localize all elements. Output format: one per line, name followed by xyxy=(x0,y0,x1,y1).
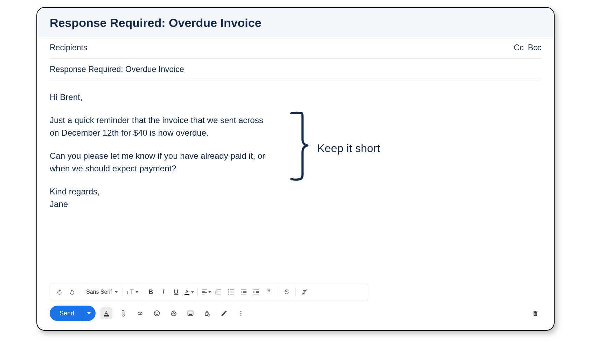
align-left-icon xyxy=(201,289,208,295)
insert-signature-button[interactable] xyxy=(218,307,230,319)
send-options-button[interactable] xyxy=(82,306,96,321)
body-signature: Jane xyxy=(50,198,541,210)
redo-icon xyxy=(69,289,75,295)
message-body[interactable]: Hi Brent, Just a quick reminder that the… xyxy=(37,80,554,284)
bulleted-list-button[interactable] xyxy=(225,286,237,298)
attach-files-button[interactable] xyxy=(117,307,129,319)
body-closing: Kind regards, xyxy=(50,185,541,198)
insert-photo-button[interactable] xyxy=(185,307,196,319)
italic-icon: I xyxy=(162,288,165,296)
svg-text:T: T xyxy=(130,288,134,295)
numbered-list-button[interactable]: 1 2 3 xyxy=(213,286,224,298)
title-bar: Response Required: Overdue Invoice xyxy=(37,8,554,37)
bcc-toggle[interactable]: Bcc xyxy=(528,43,541,52)
svg-rect-11 xyxy=(217,290,221,290)
remove-formatting-button[interactable] xyxy=(299,286,311,298)
svg-point-38 xyxy=(241,313,242,314)
text-color-icon: A xyxy=(183,288,190,295)
underline-icon: U xyxy=(174,288,178,296)
font-size-icon: T T xyxy=(126,288,135,295)
font-family-label: Sans Serif xyxy=(86,289,112,295)
send-button[interactable]: Send xyxy=(50,306,82,321)
svg-rect-23 xyxy=(241,294,246,294)
window-title: Response Required: Overdue Invoice xyxy=(50,16,541,30)
chevron-down-icon xyxy=(208,291,211,293)
body-paragraph-2: Can you please let me know if you have a… xyxy=(50,150,274,175)
undo-button[interactable] xyxy=(54,286,65,298)
svg-text:3: 3 xyxy=(215,293,217,295)
svg-rect-22 xyxy=(243,292,246,293)
formatting-options-button[interactable]: A xyxy=(100,307,112,319)
cc-toggle[interactable]: Cc xyxy=(514,43,524,52)
undo-icon xyxy=(56,289,63,295)
discard-draft-button[interactable] xyxy=(529,307,541,319)
indent-less-button[interactable] xyxy=(238,286,250,298)
paperclip-icon xyxy=(120,310,127,317)
separator xyxy=(81,288,81,296)
strikethrough-button[interactable]: S xyxy=(281,286,293,298)
text-color-select[interactable]: A xyxy=(183,286,195,298)
separator xyxy=(278,288,278,296)
bold-icon: B xyxy=(148,288,153,296)
annotation-label: Keep it short xyxy=(317,140,380,157)
align-select[interactable] xyxy=(201,286,212,298)
redo-button[interactable] xyxy=(66,286,78,298)
svg-rect-12 xyxy=(217,292,221,292)
subject-field[interactable]: Response Required: Overdue Invoice xyxy=(50,59,541,80)
svg-point-31 xyxy=(154,311,160,316)
text-format-icon: A xyxy=(103,310,110,317)
svg-point-33 xyxy=(157,312,158,313)
insert-emoji-button[interactable] xyxy=(151,307,163,319)
svg-rect-24 xyxy=(253,290,259,290)
svg-point-39 xyxy=(241,315,242,316)
svg-rect-26 xyxy=(256,292,259,293)
svg-rect-30 xyxy=(104,315,109,316)
link-icon xyxy=(137,310,144,317)
svg-point-16 xyxy=(228,294,229,295)
confidential-mode-button[interactable] xyxy=(201,307,213,319)
chevron-down-icon xyxy=(191,291,194,293)
svg-rect-6 xyxy=(202,292,207,293)
quote-button[interactable]: ” xyxy=(263,286,275,298)
action-bar: Send A xyxy=(37,306,554,330)
indent-more-icon xyxy=(253,289,259,295)
emoji-icon xyxy=(153,310,160,317)
more-options-button[interactable] xyxy=(235,307,247,319)
bulleted-list-icon xyxy=(228,289,234,295)
svg-text:A: A xyxy=(185,289,189,294)
svg-text:T: T xyxy=(126,290,129,295)
separator xyxy=(296,288,296,296)
chevron-down-icon xyxy=(115,291,118,293)
svg-rect-27 xyxy=(253,294,259,294)
recipients-field[interactable]: Recipients Cc Bcc xyxy=(50,37,541,59)
font-size-select[interactable]: T T xyxy=(126,286,139,298)
font-family-select[interactable]: Sans Serif xyxy=(84,286,120,298)
svg-rect-34 xyxy=(188,311,193,315)
cc-bcc-toggles: Cc Bcc xyxy=(514,43,541,52)
insert-link-button[interactable] xyxy=(134,307,146,319)
compose-window: Response Required: Overdue Invoice Recip… xyxy=(36,7,555,331)
svg-text:A: A xyxy=(105,310,108,316)
trash-icon xyxy=(532,310,539,317)
italic-button[interactable]: I xyxy=(158,286,169,298)
drive-icon xyxy=(170,310,177,317)
pen-icon xyxy=(221,310,228,317)
annotation-bracket-icon xyxy=(288,111,313,181)
insert-drive-button[interactable] xyxy=(168,307,180,319)
separator xyxy=(123,288,123,296)
svg-point-14 xyxy=(228,290,229,291)
svg-rect-5 xyxy=(202,291,205,292)
indent-more-button[interactable] xyxy=(250,286,262,298)
strikethrough-icon: S xyxy=(285,288,289,296)
body-paragraph-1: Just a quick reminder that the invoice t… xyxy=(50,114,274,139)
image-icon xyxy=(187,310,194,317)
underline-button[interactable]: U xyxy=(170,286,182,298)
chevron-down-icon xyxy=(135,291,138,293)
svg-point-37 xyxy=(241,311,242,312)
bold-button[interactable]: B xyxy=(145,286,157,298)
svg-rect-20 xyxy=(241,290,246,290)
lock-clock-icon xyxy=(204,310,211,317)
body-greeting: Hi Brent, xyxy=(50,91,541,104)
send-label: Send xyxy=(60,310,74,317)
svg-point-15 xyxy=(228,292,229,293)
